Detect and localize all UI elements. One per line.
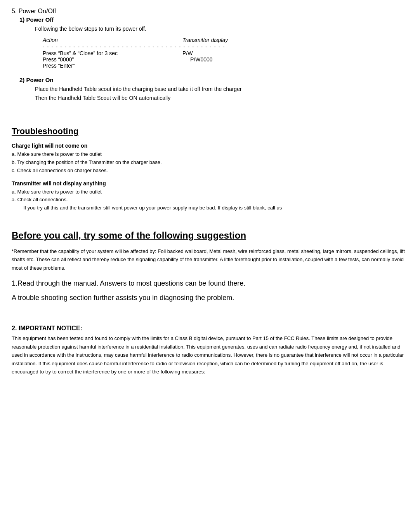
action-col-header: Action <box>43 37 159 43</box>
power-off-heading: 1) Power Off <box>19 16 408 23</box>
action-3: Press “Enter” <box>43 63 159 69</box>
power-on-heading: 2) Power On <box>19 77 408 83</box>
table-row-3: Press “Enter” <box>43 63 408 69</box>
display-2: P/W0000 <box>182 56 213 63</box>
transmitter-item-2: a. Check all connections. <box>12 196 408 204</box>
transmitter-item-1: a. Make sure there is power to the outle… <box>12 188 408 196</box>
action-2: Press “0000” <box>43 56 159 63</box>
read-manual-line2: A trouble shooting section further assis… <box>12 293 408 303</box>
before-call-heading: Before you call, try some of the followi… <box>12 230 408 241</box>
before-call-intro: *Remember that the capability of your sy… <box>12 247 408 272</box>
troubleshooting-heading: Troubleshooting <box>12 126 408 136</box>
table-row-2: Press “0000” P/W0000 <box>43 56 408 63</box>
table-header-row: Action Transmitter display <box>43 37 408 43</box>
important-notice-text: This equipment has been tested and found… <box>12 334 408 376</box>
power-on-line1: Place the Handheld Table scout into the … <box>35 85 408 93</box>
charge-light-item-3: c. Check all connections on charger base… <box>12 167 408 175</box>
charge-light-item-2: b. Try changing the position of the Tran… <box>12 159 408 167</box>
power-off-table: Action Transmitter display - - - - - - -… <box>43 37 408 69</box>
display-col-header: Transmitter display <box>182 37 228 43</box>
power-on-section: 2) Power On Place the Handheld Table sco… <box>19 77 408 102</box>
charge-light-item-1: a. Make sure there is power to the outle… <box>12 150 408 159</box>
charge-light-subheading: Charge light will not come on <box>12 143 408 149</box>
read-manual-line1: 1.Read through the manual. Answers to mo… <box>12 278 408 289</box>
page-content: 5. Power On/Off 1) Power Off Following t… <box>12 8 408 376</box>
power-on-line2: Then the Handheld Table Scout will be ON… <box>35 94 408 102</box>
action-1: Press “Bus” & “Close” for 3 sec <box>43 50 159 56</box>
transmitter-display-subheading: Transmitter will not display anything <box>12 180 408 187</box>
important-notice-heading: 2. IMPORTANT NOTICE: <box>12 325 408 332</box>
power-off-intro: Following the below steps to turn its po… <box>35 24 408 33</box>
power-section-heading: 5. Power On/Off <box>12 8 408 15</box>
transmitter-item-3: If you try all this and the transmitter … <box>23 204 408 212</box>
display-1: P/W <box>182 50 193 56</box>
table-row-1: Press “Bus” & “Close” for 3 sec P/W <box>43 50 408 56</box>
table-divider: - - - - - - - - - - - - - - - - - - - - … <box>43 44 408 49</box>
